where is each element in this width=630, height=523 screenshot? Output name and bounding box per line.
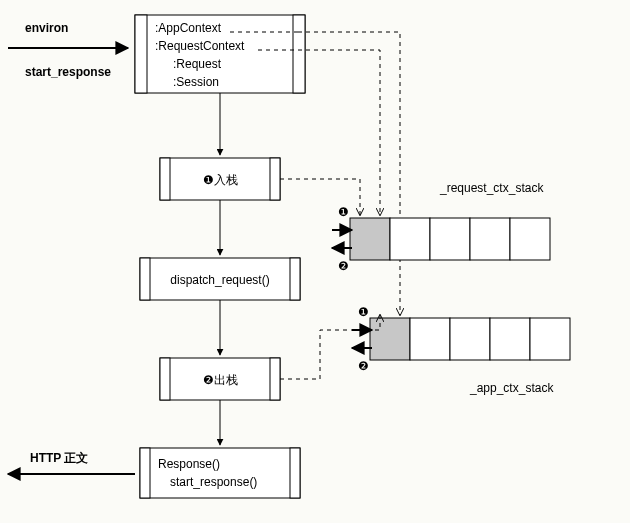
svg-rect-1: [135, 15, 147, 93]
svg-rect-5: [270, 158, 280, 200]
svg-rect-18: [470, 218, 510, 260]
svg-rect-19: [510, 218, 550, 260]
svg-rect-13: [140, 448, 150, 498]
svg-rect-8: [290, 258, 300, 300]
svg-rect-24: [530, 318, 570, 360]
stack-request: [350, 218, 550, 260]
text-push: ❶入栈: [203, 173, 238, 187]
label-http-body: HTTP 正文: [30, 451, 88, 465]
text-request: :Request: [173, 57, 222, 71]
svg-rect-11: [270, 358, 280, 400]
text-appcontext: :AppContext: [155, 21, 222, 35]
stack-app: [370, 318, 570, 360]
box-response: Response() start_response(): [140, 448, 300, 498]
svg-rect-4: [160, 158, 170, 200]
label-environ: environ: [25, 21, 68, 35]
svg-rect-12: [140, 448, 300, 498]
label-app-stack: _app_ctx_stack: [469, 381, 554, 395]
label-start-response: start_response: [25, 65, 111, 79]
marker-req-out: ❷: [338, 259, 349, 273]
svg-rect-10: [160, 358, 170, 400]
text-session: :Session: [173, 75, 219, 89]
marker-app-out: ❷: [358, 359, 369, 373]
svg-rect-2: [293, 15, 305, 93]
text-response1: Response(): [158, 457, 220, 471]
box-dispatch: dispatch_request(): [140, 258, 300, 300]
path-reqcontext-to-stack: [298, 50, 380, 215]
path-appcontext-to-stack: [298, 32, 400, 315]
marker-req-in: ❶: [338, 205, 349, 219]
marker-app-in: ❶: [358, 305, 369, 319]
box-context: :AppContext :RequestContext :Request :Se…: [135, 15, 305, 93]
svg-rect-23: [490, 318, 530, 360]
svg-rect-22: [450, 318, 490, 360]
svg-rect-21: [410, 318, 450, 360]
svg-rect-7: [140, 258, 150, 300]
svg-rect-17: [430, 218, 470, 260]
text-response2: start_response(): [170, 475, 257, 489]
svg-rect-16: [390, 218, 430, 260]
svg-rect-20: [370, 318, 410, 360]
svg-rect-14: [290, 448, 300, 498]
text-requestcontext: :RequestContext: [155, 39, 245, 53]
box-pop: ❷出栈: [160, 358, 280, 400]
label-request-stack: _request_ctx_stack: [439, 181, 544, 195]
box-push: ❶入栈: [160, 158, 280, 200]
text-pop: ❷出栈: [203, 373, 238, 387]
text-dispatch: dispatch_request(): [170, 273, 269, 287]
svg-rect-15: [350, 218, 390, 260]
